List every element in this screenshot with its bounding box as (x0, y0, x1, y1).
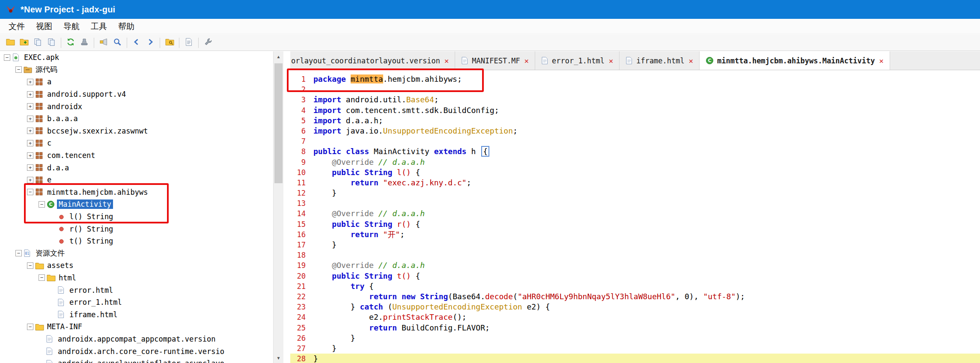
log-viewer-button[interactable] (182, 36, 196, 49)
tree-item[interactable]: +b.a.a.a (0, 113, 273, 125)
tree-item[interactable]: −assets (0, 259, 273, 272)
panel-splitter[interactable] (283, 51, 290, 363)
tab-item[interactable]: iframe.html✕ (620, 51, 700, 70)
menu-item-file[interactable]: 文件 (3, 21, 30, 32)
tree-item[interactable]: r() String (0, 223, 273, 235)
collapse-handle-icon[interactable]: − (15, 66, 22, 73)
tree-item[interactable]: androidx.appcompat_appcompat.version (0, 333, 273, 345)
tree-scrollbar[interactable]: ▲ ▼ (273, 51, 283, 363)
tab-close-icon[interactable]: ✕ (444, 57, 449, 65)
class-search-button[interactable] (163, 36, 176, 49)
expand-handle-icon[interactable]: + (27, 79, 33, 85)
tree-item[interactable]: +com.tencent (0, 149, 273, 162)
flashlight-button[interactable] (97, 36, 110, 49)
expand-handle-icon[interactable]: + (27, 164, 33, 171)
code-line[interactable]: 6import java.io.UnsupportedEncodingExcep… (290, 126, 980, 136)
tree-item[interactable]: −html (0, 272, 273, 284)
code-line[interactable]: 14 @Override // d.a.a.h (290, 208, 980, 219)
code-line[interactable]: 21 try { (290, 281, 980, 292)
expand-handle-icon[interactable]: + (27, 128, 33, 134)
expand-handle-icon[interactable]: + (27, 91, 33, 98)
code-line[interactable]: 11 return "exec.azj.kny.d.c"; (290, 178, 980, 188)
tree-item[interactable]: iframe.html (0, 308, 273, 321)
add-files-button[interactable] (17, 36, 31, 49)
code-line[interactable]: 10 public String l() { (290, 167, 980, 178)
code-line[interactable]: 19 @Override // d.a.a.h (290, 260, 980, 271)
tab-close-icon[interactable]: ✕ (524, 57, 529, 65)
code-line[interactable]: 26 } (290, 333, 980, 343)
tree-item[interactable]: +d.a.a (0, 161, 273, 174)
text-search-button[interactable] (110, 36, 124, 49)
save-all-button[interactable] (31, 36, 45, 49)
code-line[interactable]: 7 (290, 136, 980, 146)
code-line[interactable]: 18 (290, 250, 980, 260)
tree-item[interactable]: −CMainActivity (0, 198, 273, 211)
deobfuscation-button[interactable] (77, 36, 91, 49)
collapse-handle-icon[interactable]: − (39, 274, 45, 281)
tree-item[interactable]: error.html (0, 284, 273, 296)
menu-item-help[interactable]: 帮助 (113, 21, 140, 32)
expand-handle-icon[interactable]: + (27, 152, 33, 159)
code-line[interactable]: 25 return BuildConfig.FLAVOR; (290, 323, 980, 333)
code-line[interactable]: 27 } (290, 343, 980, 354)
expand-handle-icon[interactable]: + (27, 116, 33, 122)
tree-item[interactable]: −EXEC.apk (0, 51, 273, 64)
tab-item[interactable]: error_1.html✕ (535, 51, 620, 70)
tree-item[interactable]: +bccsejw.sxexrix.zaswnwt (0, 125, 273, 137)
code-line[interactable]: 8public class MainActivity extends h { (290, 146, 980, 157)
tree-item[interactable]: +e (0, 174, 273, 186)
code-line[interactable]: 2 (290, 84, 980, 95)
tree-item[interactable]: +a (0, 76, 273, 88)
code-line[interactable]: 4import com.tencent.smtt.sdk.BuildConfig… (290, 105, 980, 116)
tab-close-icon[interactable]: ✕ (879, 57, 883, 65)
tree-item[interactable]: +androidx (0, 100, 273, 113)
export-button[interactable] (45, 36, 58, 49)
code-line[interactable]: 20 public String t() { (290, 271, 980, 281)
code-line[interactable]: 12 } (290, 188, 980, 198)
collapse-handle-icon[interactable]: − (27, 324, 33, 330)
tree-item[interactable]: −01资源文件 (0, 247, 273, 260)
code-editor[interactable]: 1package minmtta.hemjcbm.ahibyws;23impor… (290, 71, 980, 363)
reload-button[interactable] (64, 36, 77, 49)
scroll-down-icon[interactable]: ▼ (274, 353, 283, 363)
code-line[interactable]: 22 return new String(Base64.decode("aHR0… (290, 292, 980, 302)
collapse-handle-icon[interactable]: − (39, 201, 45, 208)
tab-close-icon[interactable]: ✕ (689, 57, 693, 65)
code-line[interactable]: 13 (290, 198, 980, 208)
code-line[interactable]: 16 return "开"; (290, 229, 980, 240)
code-line[interactable]: 17 } (290, 240, 980, 250)
code-line[interactable]: 5import d.a.a.h; (290, 116, 980, 126)
tree-item[interactable]: androidx.arch.core_core-runtime.versio (0, 345, 273, 357)
collapse-handle-icon[interactable]: − (15, 250, 22, 256)
open-file-button[interactable] (3, 36, 17, 49)
scrollbar-thumb[interactable] (274, 63, 283, 183)
code-line[interactable]: 15 public String r() { (290, 219, 980, 229)
expand-handle-icon[interactable]: + (27, 140, 33, 146)
nav-back-button[interactable] (130, 36, 143, 49)
tree-item[interactable]: +android.support.v4 (0, 88, 273, 101)
expand-handle-icon[interactable]: + (27, 103, 33, 110)
tree-item[interactable]: −源代码 (0, 64, 273, 76)
menu-item-tools[interactable]: 工具 (85, 21, 113, 32)
menu-item-view[interactable]: 视图 (30, 21, 58, 32)
collapse-handle-icon[interactable]: − (27, 189, 33, 195)
tree-item[interactable]: t() String (0, 235, 273, 247)
expand-handle-icon[interactable]: + (27, 177, 33, 183)
code-line[interactable]: 9 @Override // d.a.a.h (290, 157, 980, 167)
collapse-handle-icon[interactable]: − (27, 262, 33, 269)
tree-item[interactable]: androidx.asynclayoutinflater.asynclayo (0, 357, 273, 363)
code-line[interactable]: 23 } catch (UnsupportedEncodingException… (290, 302, 980, 312)
scroll-up-icon[interactable]: ▲ (274, 51, 283, 62)
code-line[interactable]: 3import android.util.Base64; (290, 95, 980, 105)
menu-item-navigation[interactable]: 导航 (58, 21, 85, 32)
code-line[interactable]: 1package minmtta.hemjcbm.ahibyws; (290, 74, 980, 84)
code-line[interactable]: 28} (290, 354, 980, 363)
collapse-handle-icon[interactable]: − (4, 54, 10, 61)
tab-item[interactable]: orlayout_coordinatorlayout.version✕ (290, 51, 455, 70)
tree-item[interactable]: +c (0, 137, 273, 149)
tree-item[interactable]: −META-INF (0, 321, 273, 333)
tab-close-icon[interactable]: ✕ (609, 57, 613, 65)
tab-active[interactable]: Cminmtta.hemjcbm.ahibyws.MainActivity✕ (700, 51, 890, 70)
tree-item[interactable]: −minmtta.hemjcbm.ahibyws (0, 186, 273, 199)
tree-item[interactable]: error_1.html (0, 296, 273, 309)
